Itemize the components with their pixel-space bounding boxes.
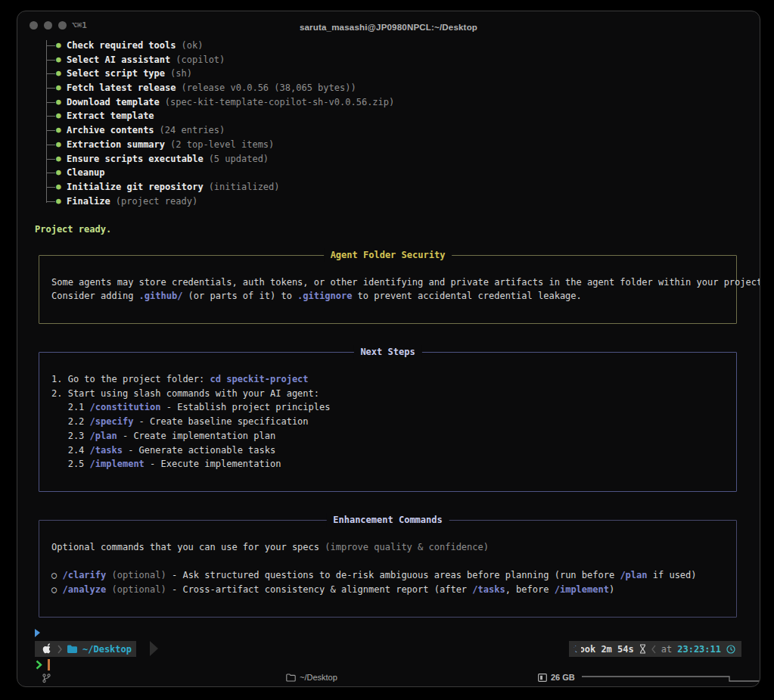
memory-graph (581, 674, 760, 683)
panel-text-line (51, 555, 724, 569)
task-label: Archive contents (67, 125, 154, 135)
panel-title: Agent Folder Security (324, 248, 452, 263)
task-item: ●Download template(spec-kit-template-cop… (35, 95, 741, 110)
task-detail: (initialized) (209, 182, 280, 192)
task-status-icon: ● (56, 67, 61, 81)
tree-branch-icon (46, 159, 55, 160)
panel-text-line: Consider adding .github/ (or parts of it… (51, 289, 724, 303)
tree-branch-icon (46, 116, 55, 117)
task-detail: (copilot) (176, 54, 225, 65)
task-item: ●Finalize(project ready) (35, 194, 741, 209)
folder-icon (286, 674, 296, 682)
git-branch-icon (42, 674, 51, 683)
task-status-icon: ● (56, 194, 61, 209)
zoom-button[interactable] (58, 21, 67, 30)
powerline-arrow-icon (573, 641, 581, 656)
terminal-window: ⌥⌘1 saruta_masashi@JP0980NPCL:~/Desktop … (17, 11, 760, 687)
time-prefix-label: at (661, 644, 672, 655)
statusbar-memory-label: 26 GB (551, 673, 575, 682)
tree-branch-icon (46, 102, 55, 103)
panel-title: Enhancement Commands (326, 513, 449, 527)
task-item: ●Select script type(sh) (35, 67, 741, 81)
clock-icon (726, 645, 735, 654)
task-label: Cleanup (67, 167, 105, 178)
task-label: Check required tools (67, 40, 176, 51)
task-status-icon: ● (56, 138, 61, 152)
task-label: Extraction summary (67, 139, 165, 150)
window-controls (30, 21, 67, 30)
statusbar-directory[interactable]: ~/Desktop (286, 673, 337, 682)
close-button[interactable] (30, 21, 38, 30)
tab-shortcut-label: ⌥⌘1 (72, 20, 87, 30)
task-detail: (sh) (170, 68, 192, 79)
task-label: Extract template (67, 110, 154, 121)
chevron-right-icon (58, 645, 62, 654)
task-detail: (ok) (182, 40, 204, 51)
task-label: Download template (67, 97, 160, 107)
terminal-output: ●Check required tools(ok) ●Select AI ass… (35, 39, 741, 618)
prompt-bar: ~/Desktop took 2m 54s at 23:23:11 (35, 641, 741, 657)
task-item: ●Select AI assistant(copilot) (35, 53, 741, 67)
agent-folder-security-panel: Agent Folder Security Some agents may st… (39, 255, 737, 324)
panel-text-line: 1. Go to the project folder: cd speckit-… (51, 372, 724, 387)
project-ready-message: Project ready. (35, 222, 741, 237)
folder-icon (67, 645, 77, 653)
task-label: Initialize git repository (67, 182, 204, 192)
task-label: Ensure scripts executable (67, 154, 204, 164)
task-detail: (24 entries) (160, 125, 225, 135)
task-label: Fetch latest release (67, 82, 176, 93)
panel-text-line: 2.5 /implement - Execute implementation (51, 457, 724, 471)
task-item: ●Archive contents(24 entries) (35, 123, 741, 138)
panel-text-line: 2.1 /constitution - Establish project pr… (51, 400, 724, 415)
tree-branch-icon (46, 60, 55, 61)
prompt-path: ~/Desktop (82, 644, 132, 655)
task-status-icon: ● (56, 81, 61, 95)
panel-title: Next Steps (353, 345, 421, 359)
task-status-icon: ● (56, 95, 61, 110)
tree-branch-icon (46, 187, 55, 188)
task-item: ●Initialize git repository(initialized) (35, 180, 741, 194)
prompt-status-segment: took 2m 54s at 23:23:11 (569, 641, 741, 657)
prompt-connector-icon (35, 629, 40, 637)
task-item: ●Extract template (35, 109, 741, 123)
task-status-icon: ● (56, 123, 61, 138)
tree-branch-icon (46, 201, 55, 202)
task-detail: (project ready) (116, 196, 197, 207)
time-value: 23:23:11 (677, 644, 721, 655)
task-status-icon: ● (56, 166, 61, 180)
tree-branch-icon (46, 130, 55, 131)
panel-text-line: Optional commands that you can use for y… (51, 540, 724, 555)
task-detail: (5 updated) (209, 154, 269, 164)
task-item: ●Cleanup (35, 166, 741, 180)
tree-branch-icon (46, 73, 55, 74)
panel-text-line: 2. Start using slash commands with your … (51, 387, 724, 401)
next-steps-panel: Next Steps 1. Go to the project folder: … (39, 352, 737, 492)
enhancement-commands-panel: Enhancement Commands Optional commands t… (39, 520, 737, 618)
screen: { "window": { "shortcut": "⌥⌘1", "title"… (0, 0, 774, 700)
chevron-left-icon (651, 645, 656, 654)
titlebar[interactable]: ⌥⌘1 saruta_masashi@JP0980NPCL:~/Desktop (17, 11, 760, 39)
panel-text-line: 2.4 /tasks - Generate actionable tasks (51, 443, 724, 458)
terminal-statusbar: ~/Desktop 26 GB (42, 671, 754, 686)
task-item: ●Fetch latest release(release v0.0.56 (3… (35, 81, 741, 95)
prompt-path-segment: ~/Desktop (35, 641, 136, 657)
task-status-icon: ● (56, 109, 61, 123)
statusbar-memory[interactable]: 26 GB (538, 673, 575, 682)
task-status-icon: ● (56, 39, 61, 53)
task-detail: (release v0.0.56 (38,065 bytes)) (182, 82, 356, 93)
task-item: ●Check required tools(ok) (35, 39, 741, 53)
powerline-arrow-icon (150, 641, 158, 656)
minimize-button[interactable] (44, 21, 52, 30)
panel-text-line: 2.3 /plan - Create implementation plan (51, 429, 724, 443)
panel-text-line: ○ /analyze (optional) - Cross-artifact c… (51, 583, 724, 597)
task-status-icon: ● (56, 180, 61, 194)
panel-text-line: ○ /clarify (optional) - Ask structured q… (51, 568, 724, 583)
text-cursor (48, 659, 50, 670)
panel-text-line: 2.2 /specify - Create baseline specifica… (51, 415, 724, 429)
task-label: Finalize (67, 196, 110, 207)
command-input[interactable] (36, 658, 50, 670)
task-status-icon: ● (56, 53, 61, 67)
task-tree: ●Check required tools(ok) ●Select AI ass… (35, 39, 741, 208)
task-label: Select script type (67, 68, 165, 79)
prompt-char-icon (36, 660, 42, 670)
